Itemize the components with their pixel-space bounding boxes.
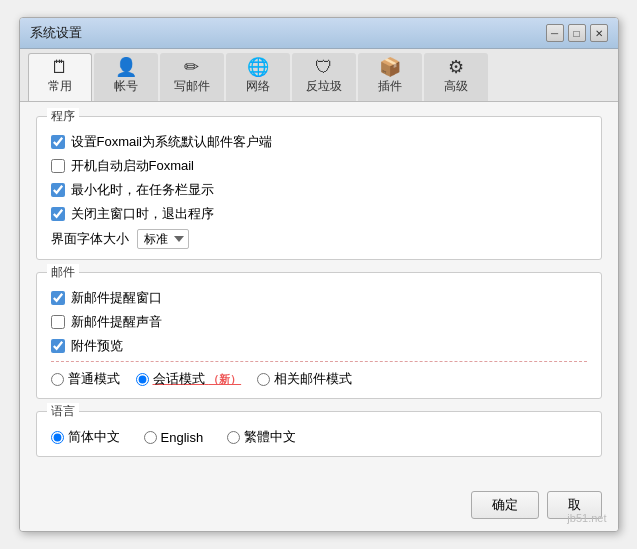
mail-section: 邮件 新邮件提醒窗口 新邮件提醒声音 附件预览 普通模式 [36, 272, 602, 399]
ok-button[interactable]: 确定 [471, 491, 539, 519]
tab-common-label: 常用 [48, 78, 72, 95]
language-section-title: 语言 [47, 403, 79, 420]
tab-network[interactable]: 🌐 网络 [226, 53, 290, 101]
lang-en-radio[interactable] [144, 431, 157, 444]
tab-plugin-label: 插件 [378, 78, 402, 95]
mode-conversation: 会话模式 （新） [136, 370, 242, 388]
tab-plugin[interactable]: 📦 插件 [358, 53, 422, 101]
checkbox-close-exit-label: 关闭主窗口时，退出程序 [71, 205, 214, 223]
title-bar: 系统设置 ─ □ ✕ [20, 18, 618, 49]
font-size-label: 界面字体大小 [51, 230, 129, 248]
checkbox-new-mail-window: 新邮件提醒窗口 [51, 289, 587, 307]
tab-account[interactable]: 👤 帐号 [94, 53, 158, 101]
tab-compose-label: 写邮件 [174, 78, 210, 95]
checkbox-attachment-preview-input[interactable] [51, 339, 65, 353]
mode-normal-radio[interactable] [51, 373, 64, 386]
lang-zh-tw: 繁體中文 [227, 428, 296, 446]
mode-related-radio[interactable] [257, 373, 270, 386]
new-badge: （新） [208, 373, 241, 385]
compose-icon: ✏ [184, 58, 199, 76]
checkbox-close-exit: 关闭主窗口时，退出程序 [51, 205, 587, 223]
lang-en-label: English [161, 430, 204, 445]
checkbox-default-client: 设置Foxmail为系统默认邮件客户端 [51, 133, 587, 151]
checkbox-minimize-taskbar-label: 最小化时，在任务栏显示 [71, 181, 214, 199]
advanced-icon: ⚙ [448, 58, 464, 76]
network-icon: 🌐 [247, 58, 269, 76]
checkbox-new-mail-window-input[interactable] [51, 291, 65, 305]
language-section: 语言 简体中文 English 繁體中文 [36, 411, 602, 457]
lang-zh-tw-radio[interactable] [227, 431, 240, 444]
tab-advanced[interactable]: ⚙ 高级 [424, 53, 488, 101]
footer: 确定 取 [20, 483, 618, 531]
checkbox-minimize-taskbar-input[interactable] [51, 183, 65, 197]
antispam-icon: 🛡 [315, 58, 333, 76]
checkbox-default-client-label: 设置Foxmail为系统默认邮件客户端 [71, 133, 273, 151]
checkbox-minimize-taskbar: 最小化时，在任务栏显示 [51, 181, 587, 199]
tab-common[interactable]: 🗒 常用 [28, 53, 92, 101]
checkbox-autostart-input[interactable] [51, 159, 65, 173]
mode-conversation-label: 会话模式 （新） [153, 370, 242, 388]
window-controls: ─ □ ✕ [546, 24, 608, 42]
lang-zh-tw-label: 繁體中文 [244, 428, 296, 446]
checkbox-new-mail-sound: 新邮件提醒声音 [51, 313, 587, 331]
checkbox-close-exit-input[interactable] [51, 207, 65, 221]
program-section: 程序 设置Foxmail为系统默认邮件客户端 开机自动启动Foxmail 最小化… [36, 116, 602, 260]
checkbox-attachment-preview-label: 附件预览 [71, 337, 123, 355]
lang-zh-cn-label: 简体中文 [68, 428, 120, 446]
close-button[interactable]: ✕ [590, 24, 608, 42]
tab-bar: 🗒 常用 👤 帐号 ✏ 写邮件 🌐 网络 🛡 反垃圾 📦 插件 [20, 49, 618, 102]
checkbox-autostart-label: 开机自动启动Foxmail [71, 157, 195, 175]
checkbox-autostart: 开机自动启动Foxmail [51, 157, 587, 175]
mail-section-title: 邮件 [47, 264, 79, 281]
account-icon: 👤 [115, 58, 137, 76]
checkbox-attachment-preview: 附件预览 [51, 337, 587, 355]
mode-conversation-radio[interactable] [136, 373, 149, 386]
plugin-icon: 📦 [379, 58, 401, 76]
cancel-button[interactable]: 取 [547, 491, 602, 519]
mode-normal-label: 普通模式 [68, 370, 120, 388]
tab-network-label: 网络 [246, 78, 270, 95]
mode-normal: 普通模式 [51, 370, 120, 388]
tab-antispam-label: 反垃圾 [306, 78, 342, 95]
tab-advanced-label: 高级 [444, 78, 468, 95]
lang-zh-cn: 简体中文 [51, 428, 120, 446]
lang-zh-cn-radio[interactable] [51, 431, 64, 444]
mode-related-label: 相关邮件模式 [274, 370, 352, 388]
maximize-button[interactable]: □ [568, 24, 586, 42]
content-area: 程序 设置Foxmail为系统默认邮件客户端 开机自动启动Foxmail 最小化… [20, 102, 618, 483]
minimize-button[interactable]: ─ [546, 24, 564, 42]
font-size-row: 界面字体大小 标准 大 小 [51, 229, 587, 249]
window-title: 系统设置 [30, 24, 82, 42]
checkbox-new-mail-sound-label: 新邮件提醒声音 [71, 313, 162, 331]
lang-en: English [144, 430, 204, 445]
common-icon: 🗒 [51, 58, 69, 76]
tab-compose[interactable]: ✏ 写邮件 [160, 53, 224, 101]
checkbox-new-mail-window-label: 新邮件提醒窗口 [71, 289, 162, 307]
tab-antispam[interactable]: 🛡 反垃圾 [292, 53, 356, 101]
language-options-row: 简体中文 English 繁體中文 [51, 428, 587, 446]
checkbox-new-mail-sound-input[interactable] [51, 315, 65, 329]
font-size-select[interactable]: 标准 大 小 [137, 229, 189, 249]
checkbox-default-client-input[interactable] [51, 135, 65, 149]
program-section-title: 程序 [47, 108, 79, 125]
mode-related: 相关邮件模式 [257, 370, 352, 388]
mode-row: 普通模式 会话模式 （新） 相关邮件模式 [51, 361, 587, 388]
tab-account-label: 帐号 [114, 78, 138, 95]
